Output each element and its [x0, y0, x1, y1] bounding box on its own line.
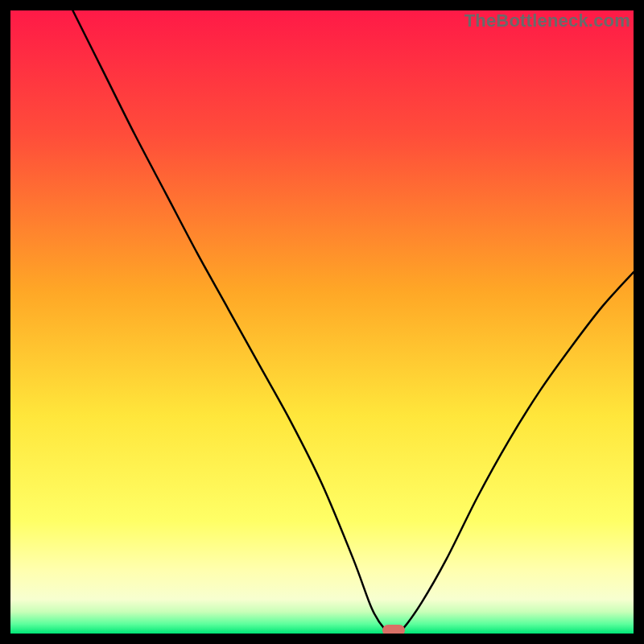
- plot-area: TheBottleneck.com: [10, 10, 634, 634]
- chart-frame: TheBottleneck.com: [10, 10, 634, 634]
- bottleneck-curve: [10, 10, 634, 634]
- watermark-text: TheBottleneck.com: [464, 10, 630, 31]
- optimal-marker: [382, 625, 405, 634]
